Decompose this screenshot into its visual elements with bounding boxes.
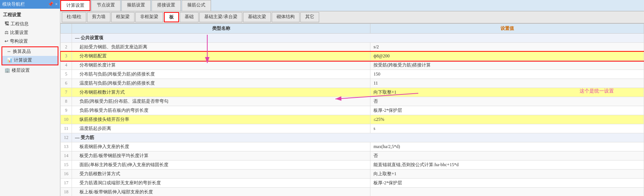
table-row[interactable]: 3分布钢筋配置ф8@200 [61,52,644,61]
row-value: 按受筋(跨板受力筋)搭接计算 [370,61,644,70]
row-value: 向上取整+1 [370,170,644,179]
sidebar-item-label: 计算设置 [14,57,32,63]
content-wrapper: 类型名称 设置值 — 公共设置项2起始受力钢筋、负筋距支座边距离s/23分布钢筋… [60,23,644,196]
tab-column-wall[interactable]: 柱/墙柱 [62,12,86,22]
table-row[interactable]: 13板底钢筋伸入支座的长度max(ha/2,5*d) [61,142,644,151]
sidebar-item-label: 换算及品 [13,48,31,55]
sidebar-item-engineering-info[interactable]: 🏗 工程信息 [0,20,60,28]
row-label: 板受力筋/板带钢筋按平均长度计算 [72,151,370,161]
tab-foundation[interactable]: 基础 [180,12,199,22]
row-label: 纵筋搭接接头错开百分率 [72,115,370,124]
tab-node-setting[interactable]: 节点设置 [91,0,121,11]
tab-shear-wall[interactable]: 剪力墙 [87,12,110,22]
tab-foundation-secondary-beam[interactable]: 基础次梁 [243,12,271,22]
tab-calc-setting[interactable]: 计算设置 [60,0,90,11]
sidebar-group-calc: ↔ 换算及品 📊 计算设置 [2,46,58,65]
row-label: 分布钢筋配置 [72,52,370,61]
engineering-info-icon: 🏗 [5,21,9,27]
row-label: 分布钢筋根数计算方式 [72,88,370,97]
row-label: 起始受力钢筋、负筋距支座边距离 [72,43,370,52]
sidebar-item-calc-setting[interactable]: 📊 计算设置 [2,56,58,65]
row-label: 温度筋起步距离 [72,124,370,133]
tab-frame-beam[interactable]: 框架梁 [111,12,135,22]
tab-bar-2: 柱/墙柱 剪力墙 框架梁 非框架梁 板 基础 基础主梁/承台梁 基础次梁 砌体结… [60,11,644,23]
row-number: 11 [61,124,72,133]
sidebar: 模块导航栏 📌 × 工程设置 🏗 工程信息 ⚖ 比重设置 ↩ 弯构设置 [0,0,60,196]
row-label: 温度筋与负筋(跨板受力筋)的搭接长度 [72,79,370,88]
sidebar-item-label: 比重设置 [10,29,28,36]
row-value: 板厚-2*保护层 [370,179,644,188]
row-label: — 受力筋 [72,133,644,142]
table-row[interactable]: 6温度筋与负筋(跨板受力筋)的搭接长度11 [61,79,644,88]
row-label: 板上板/板带钢筋伸入端部支座的长度 [72,188,370,196]
sidebar-item-floor-setting[interactable]: 🏢 楼层设置 [0,66,60,75]
tab-foundation-main-beam[interactable]: 基础主梁/承台梁 [199,12,242,22]
table-row[interactable]: 10纵筋搭接接头错开百分率≤25% [61,115,644,124]
tab-overlap-setting[interactable]: 搭接设置 [151,0,181,11]
row-value: 11 [370,79,644,88]
sidebar-item-bend-setting[interactable]: ↩ 弯构设置 [0,37,60,46]
row-number [61,34,72,43]
table-row[interactable]: — 公共设置项 [61,34,644,43]
table-row[interactable]: 7分布钢筋根数计算方式向下取整+1 [61,88,644,97]
sidebar-item-convert[interactable]: ↔ 换算及品 [2,47,58,56]
table-area[interactable]: 类型名称 设置值 — 公共设置项2起始受力钢筋、负筋距支座边距离s/23分布钢筋… [60,23,644,196]
row-number: 5 [61,70,72,79]
table-row[interactable]: 8负筋(跨板受力筋)分布筋、温度筋是否带弯勾否 [61,97,644,106]
table-row[interactable]: 2起始受力钢筋、负筋距支座边距离s/2 [61,43,644,52]
table-row[interactable]: 18板上板/板带钢筋伸入端部支座的长度 [61,188,644,196]
row-number: 3 [61,52,72,61]
table-row[interactable]: 17受力筋遇洞口或端部无支座时的弯折长度板厚-2*保护层 [61,179,644,188]
table-row[interactable]: 9负筋/跨板受力筋在板内的弯折长度板厚-2*保护层 [61,106,644,115]
tab-masonry[interactable]: 砌体结构 [272,12,300,22]
pin-icon[interactable]: 📌 [48,2,54,7]
row-label: 分布筋与负筋(跨板受力筋)的搭接长度 [72,70,370,79]
table-row[interactable]: 12— 受力筋 [61,133,644,142]
col-num [61,24,72,34]
table-row[interactable]: 5分布筋与负筋(跨板受力筋)的搭接长度150 [61,70,644,79]
row-value: max(ha/2,5*d) [370,142,644,151]
row-label: 负筋/跨板受力筋在板内的弯折长度 [72,106,370,115]
col-type-name: 类型名称 [72,24,370,34]
tab-stirrup-formula[interactable]: 箍筋公式 [182,0,211,11]
sidebar-section-title: 工程设置 [0,10,60,20]
floor-icon: 🏢 [5,68,10,73]
row-value: 能直锚就直锚,否则按公式计算:ha-bhc+15*d [370,161,644,170]
row-label: 受力筋根数计算方式 [72,170,370,179]
row-number: 7 [61,88,72,97]
table-row[interactable]: 15面筋(单标主跨板受力筋)伸入支座的锚固长度能直锚就直锚,否则按公式计算:ha… [61,161,644,170]
row-value: ф8@200 [370,52,644,61]
table-row[interactable]: 11温度筋起步距离s [61,124,644,133]
sidebar-item-label: 工程信息 [11,21,29,27]
row-value: 板厚-2*保护层 [370,106,644,115]
tab-non-frame-beam[interactable]: 非框架梁 [135,12,163,22]
row-number: 9 [61,106,72,115]
row-number: 12 [61,133,72,142]
sidebar-item-label: 楼层设置 [12,67,30,74]
bend-icon: ↩ [5,39,8,44]
row-label: 分布钢筋长度计算 [72,61,370,70]
tab-stirrup-setting[interactable]: 箍筋设置 [121,0,151,11]
weight-icon: ⚖ [5,30,9,35]
sidebar-title: 模块导航栏 [2,1,25,8]
convert-icon: ↔ [7,49,11,54]
row-number: 17 [61,179,72,188]
row-label: 负筋(跨板受力筋)分布筋、温度筋是否带弯勾 [72,97,370,106]
row-label: 板底钢筋伸入支座的长度 [72,142,370,151]
sidebar-item-weight-setting[interactable]: ⚖ 比重设置 [0,28,60,37]
table-row[interactable]: 4分布钢筋长度计算按受筋(跨板受力筋)搭接计算 [61,61,644,70]
tab-slab[interactable]: 板 [164,12,179,22]
tab-bar-1: 计算设置 节点设置 箍筋设置 搭接设置 箍筋公式 [60,0,644,11]
row-number: 18 [61,188,72,196]
row-value: s [370,124,644,133]
sidebar-section: 工程设置 🏗 工程信息 ⚖ 比重设置 ↩ 弯构设置 ↔ 换算及品 📊 [0,9,60,76]
row-value: s/2 [370,43,644,52]
close-icon[interactable]: × [55,2,58,7]
sidebar-item-label: 弯构设置 [10,38,28,45]
tab-other[interactable]: 其它 [300,12,319,22]
row-value: 向下取整+1 [370,88,644,97]
table-row[interactable]: 16受力筋根数计算方式向上取整+1 [61,170,644,179]
row-number: 15 [61,161,72,170]
row-label: — 公共设置项 [72,34,644,43]
table-row[interactable]: 14板受力筋/板带钢筋按平均长度计算否 [61,151,644,161]
